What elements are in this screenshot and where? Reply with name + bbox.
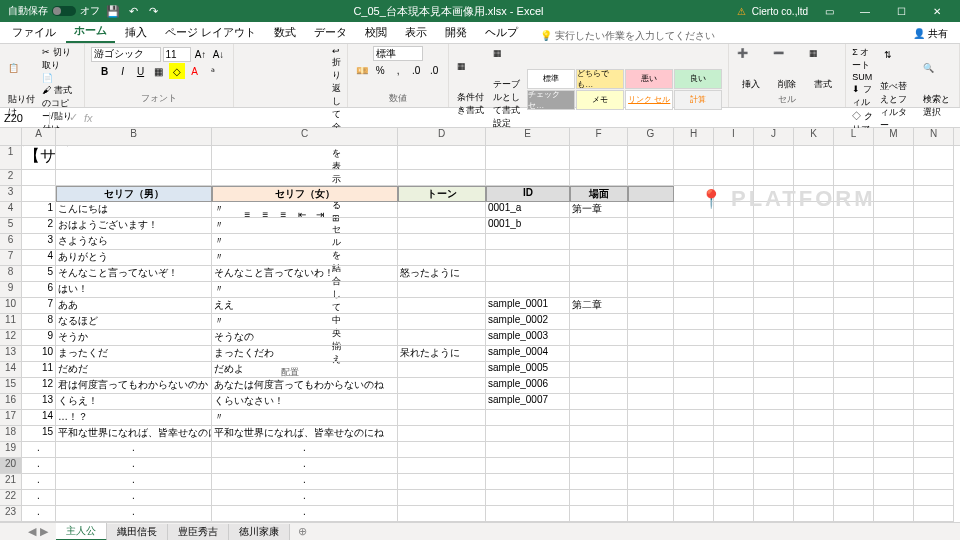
- cell[interactable]: 9: [22, 330, 56, 346]
- cell[interactable]: [794, 346, 834, 362]
- cell[interactable]: [56, 146, 212, 170]
- cell[interactable]: [874, 266, 914, 282]
- cell[interactable]: そんなこと言ってないぞ！: [56, 266, 212, 282]
- col-header[interactable]: I: [714, 128, 754, 145]
- cell[interactable]: [486, 266, 570, 282]
- cell[interactable]: [714, 298, 754, 314]
- cell[interactable]: [398, 474, 486, 490]
- cell[interactable]: [834, 378, 874, 394]
- delete-cells-button[interactable]: ➖削除: [771, 46, 803, 93]
- cell[interactable]: [834, 506, 874, 522]
- insert-cells-button[interactable]: ➕挿入: [735, 46, 767, 93]
- cell[interactable]: 13: [22, 394, 56, 410]
- sheet-nav-next-icon[interactable]: ▶: [40, 525, 48, 538]
- cell[interactable]: [754, 234, 794, 250]
- cell[interactable]: [674, 330, 714, 346]
- col-header[interactable]: L: [834, 128, 874, 145]
- cell[interactable]: トーン: [398, 186, 486, 202]
- cell[interactable]: [674, 146, 714, 170]
- cell[interactable]: [874, 298, 914, 314]
- cell[interactable]: [874, 490, 914, 506]
- cell[interactable]: [794, 378, 834, 394]
- row-header[interactable]: 1: [0, 146, 22, 170]
- cell[interactable]: [570, 426, 628, 442]
- cell[interactable]: sample_0001: [486, 298, 570, 314]
- font-name-combo[interactable]: [91, 47, 161, 62]
- cell[interactable]: まったくだ: [56, 346, 212, 362]
- redo-icon[interactable]: ↷: [146, 4, 160, 18]
- cell[interactable]: 2: [22, 218, 56, 234]
- cell[interactable]: [486, 250, 570, 266]
- cell[interactable]: 第一章: [570, 202, 628, 218]
- cell[interactable]: [486, 474, 570, 490]
- sort-filter-button[interactable]: ⇅並べ替えとフィルター: [878, 48, 917, 134]
- cell[interactable]: .: [56, 458, 212, 474]
- find-select-button[interactable]: 🔍検索と選択: [921, 61, 953, 121]
- cell[interactable]: [754, 250, 794, 266]
- cell[interactable]: [570, 146, 628, 170]
- cell[interactable]: 平和な世界になれば、皆幸せなのにね: [212, 426, 398, 442]
- cell[interactable]: [714, 218, 754, 234]
- cell[interactable]: 〃: [212, 410, 398, 426]
- cell[interactable]: [628, 490, 674, 506]
- cell[interactable]: [628, 474, 674, 490]
- cell[interactable]: [674, 218, 714, 234]
- cell[interactable]: [570, 458, 628, 474]
- cell[interactable]: [794, 330, 834, 346]
- comma-icon[interactable]: ,: [390, 62, 406, 78]
- cell[interactable]: [398, 506, 486, 522]
- cell[interactable]: [570, 218, 628, 234]
- cell[interactable]: [914, 234, 954, 250]
- row-header[interactable]: 10: [0, 298, 22, 314]
- row-header[interactable]: 23: [0, 506, 22, 522]
- cell[interactable]: [714, 394, 754, 410]
- cell[interactable]: .: [212, 474, 398, 490]
- cell[interactable]: [914, 506, 954, 522]
- cell[interactable]: [834, 298, 874, 314]
- cell[interactable]: ああ: [56, 298, 212, 314]
- cell[interactable]: 4: [22, 250, 56, 266]
- cell[interactable]: [714, 234, 754, 250]
- cell[interactable]: 0001_b: [486, 218, 570, 234]
- cell[interactable]: ありがとう: [56, 250, 212, 266]
- fill-button[interactable]: ⬇ フィル: [852, 83, 874, 109]
- cell[interactable]: そうなの: [212, 330, 398, 346]
- cell[interactable]: [754, 490, 794, 506]
- ribbon-options-icon[interactable]: ▭: [814, 6, 844, 17]
- cell[interactable]: [22, 170, 56, 186]
- col-header[interactable]: J: [754, 128, 794, 145]
- cell[interactable]: .: [212, 458, 398, 474]
- cell[interactable]: [874, 346, 914, 362]
- cell[interactable]: 第二章: [570, 298, 628, 314]
- cell[interactable]: [754, 474, 794, 490]
- row-header[interactable]: 16: [0, 394, 22, 410]
- cell[interactable]: [834, 250, 874, 266]
- cell[interactable]: [570, 442, 628, 458]
- cell[interactable]: [914, 346, 954, 362]
- cell[interactable]: [914, 250, 954, 266]
- cell[interactable]: [834, 146, 874, 170]
- cell[interactable]: 7: [22, 298, 56, 314]
- cell[interactable]: [874, 282, 914, 298]
- cell[interactable]: [628, 146, 674, 170]
- cell[interactable]: [714, 426, 754, 442]
- cell[interactable]: [714, 250, 754, 266]
- cell[interactable]: [486, 426, 570, 442]
- select-all-corner[interactable]: [0, 128, 22, 145]
- cell[interactable]: [674, 282, 714, 298]
- cell[interactable]: [914, 202, 954, 218]
- cell[interactable]: [834, 362, 874, 378]
- cell[interactable]: [486, 442, 570, 458]
- cell[interactable]: [714, 362, 754, 378]
- cell[interactable]: [794, 282, 834, 298]
- row-header[interactable]: 15: [0, 378, 22, 394]
- cell[interactable]: [874, 426, 914, 442]
- cell[interactable]: [874, 394, 914, 410]
- row-header[interactable]: 13: [0, 346, 22, 362]
- cell[interactable]: [714, 170, 754, 186]
- cell[interactable]: [486, 146, 570, 170]
- cell[interactable]: [834, 346, 874, 362]
- name-box[interactable]: Z20: [0, 112, 50, 124]
- format-cells-button[interactable]: ▦書式: [807, 46, 839, 93]
- col-header[interactable]: C: [212, 128, 398, 145]
